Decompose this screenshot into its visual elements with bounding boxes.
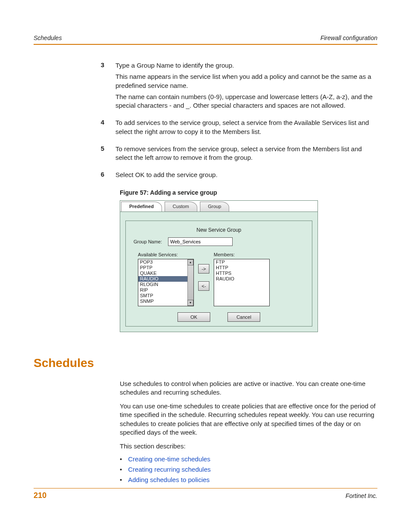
step-body: Select OK to add the service group. bbox=[115, 171, 377, 182]
list-item[interactable]: RAUDIO bbox=[214, 276, 269, 282]
list-item[interactable]: RAUDIO bbox=[138, 276, 193, 282]
add-to-members-button[interactable]: -> bbox=[198, 264, 209, 274]
members-listbox[interactable]: FTP HTTP HTTPS RAUDIO bbox=[214, 259, 270, 306]
list-item: Adding schedules to policies bbox=[120, 475, 377, 485]
step-list: 3 Type a Group Name to identify the grou… bbox=[34, 61, 377, 182]
list-item[interactable]: RLOGIN bbox=[138, 282, 193, 287]
list-item[interactable]: RIP bbox=[138, 287, 193, 293]
group-name-input[interactable] bbox=[168, 237, 233, 246]
running-header: Schedules Firewall configuration bbox=[34, 34, 377, 45]
step-body: To remove services from the service grou… bbox=[115, 145, 377, 165]
footer-company: Fortinet Inc. bbox=[346, 492, 377, 499]
figure-screenshot: Predefined Custom Group New Service Grou… bbox=[120, 200, 318, 332]
list-item[interactable]: PPTP bbox=[138, 265, 193, 271]
step-number: 5 bbox=[34, 145, 115, 165]
page-footer: 210 Fortinet Inc. bbox=[34, 488, 377, 500]
step-text: Type a Group Name to identify the group. bbox=[115, 61, 377, 70]
step-text: Select OK to add the service group. bbox=[115, 171, 377, 179]
section-heading-schedules: Schedules bbox=[34, 356, 377, 370]
link-adding-schedules-to-policies[interactable]: Adding schedules to policies bbox=[128, 476, 209, 483]
step-number: 3 bbox=[34, 61, 115, 112]
section-links: Creating one-time schedules Creating rec… bbox=[120, 454, 377, 485]
step: 3 Type a Group Name to identify the grou… bbox=[34, 61, 377, 112]
paragraph: This section describes: bbox=[120, 442, 377, 451]
step-body: Type a Group Name to identify the group.… bbox=[115, 61, 377, 112]
tab-row: Predefined Custom Group bbox=[120, 201, 318, 212]
list-item[interactable]: SMTP bbox=[138, 293, 193, 299]
cancel-button[interactable]: Cancel bbox=[227, 312, 260, 322]
list-item[interactable]: SNMP bbox=[138, 299, 193, 304]
figure-caption: Figure 57: Adding a service group bbox=[120, 189, 377, 196]
link-creating-one-time-schedules[interactable]: Creating one-time schedules bbox=[128, 455, 210, 463]
tab-group[interactable]: Group bbox=[200, 202, 230, 212]
scroll-down-icon[interactable]: ▾ bbox=[187, 300, 193, 306]
section-body: Use schedules to control when policies a… bbox=[34, 380, 377, 451]
list-item: Creating recurring schedules bbox=[120, 464, 377, 475]
step: 6 Select OK to add the service group. bbox=[34, 171, 377, 182]
remove-from-members-button[interactable]: <- bbox=[198, 281, 209, 291]
link-creating-recurring-schedules[interactable]: Creating recurring schedules bbox=[128, 466, 211, 473]
ok-button[interactable]: OK bbox=[177, 312, 210, 322]
paragraph: Use schedules to control when policies a… bbox=[120, 380, 377, 397]
tab-custom[interactable]: Custom bbox=[165, 202, 197, 212]
scrollbar[interactable] bbox=[187, 259, 193, 306]
list-item[interactable]: QUAKE bbox=[138, 271, 193, 276]
paragraph: You can use one-time schedules to create… bbox=[120, 402, 377, 437]
available-services-label: Available Services: bbox=[138, 252, 194, 257]
group-name-label: Group Name: bbox=[134, 239, 162, 244]
available-services-listbox[interactable]: POP3 PPTP QUAKE RAUDIO RLOGIN RIP SMTP S… bbox=[138, 259, 194, 306]
list-item: Creating one-time schedules bbox=[120, 454, 377, 464]
runhead-right: Firewall configuration bbox=[321, 34, 377, 41]
new-service-group-panel: New Service Group Group Name: Available … bbox=[125, 221, 312, 327]
list-item[interactable]: POP3 bbox=[138, 259, 193, 265]
list-item[interactable]: HTTPS bbox=[214, 271, 269, 276]
tab-predefined[interactable]: Predefined bbox=[121, 202, 162, 212]
step: 4 To add services to the service group, … bbox=[34, 118, 377, 139]
step: 5 To remove services from the service gr… bbox=[34, 145, 377, 165]
members-label: Members: bbox=[214, 252, 270, 257]
runhead-left: Schedules bbox=[34, 34, 62, 41]
step-number: 4 bbox=[34, 118, 115, 139]
scroll-up-icon[interactable]: ▴ bbox=[187, 259, 193, 265]
step-text: The name can contain numbers (0-9), uppe… bbox=[115, 93, 377, 110]
page-number: 210 bbox=[34, 491, 47, 500]
panel-title: New Service Group bbox=[134, 227, 304, 233]
list-item[interactable]: HTTP bbox=[214, 265, 269, 271]
step-text: This name appears in the service list wh… bbox=[115, 72, 377, 90]
step-number: 6 bbox=[34, 171, 115, 182]
list-item[interactable]: FTP bbox=[214, 259, 269, 265]
step-text: To add services to the service group, se… bbox=[115, 118, 377, 136]
step-text: To remove services from the service grou… bbox=[115, 145, 377, 162]
step-body: To add services to the service group, se… bbox=[115, 118, 377, 139]
